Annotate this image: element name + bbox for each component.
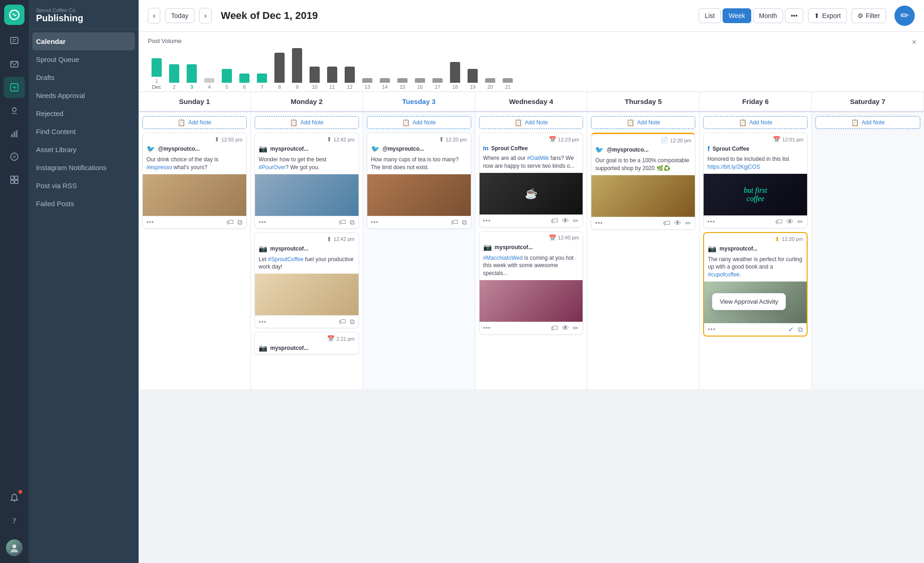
add-note-saturday[interactable]: 📋 Add Note — [815, 116, 920, 129]
add-note-monday[interactable]: 📋 Add Note — [255, 116, 359, 129]
post-text: The rainy weather is perfect for curling… — [704, 255, 807, 282]
copy-icon[interactable]: ⧉ — [798, 325, 803, 334]
edit-icon[interactable]: ✏ — [797, 218, 803, 226]
sidebar-item-asset-library[interactable]: Asset Library — [29, 141, 139, 159]
sidebar-item-sprout-queue[interactable]: Sprout Queue — [29, 50, 139, 68]
more-actions-icon[interactable]: ••• — [483, 324, 491, 331]
post-time: ⬆ 12:55 pm — [143, 133, 246, 144]
more-actions-icon[interactable]: ••• — [146, 219, 154, 226]
copy-icon[interactable]: ⧉ — [350, 318, 355, 326]
approval-check-icon[interactable]: ✓ — [788, 325, 794, 334]
tag-icon[interactable]: 🏷 — [663, 219, 670, 227]
more-actions-icon[interactable]: ••• — [259, 219, 267, 226]
more-actions-icon[interactable]: ••• — [708, 326, 716, 333]
post-text: Where are all our #OatMilk fans? We now … — [480, 153, 583, 173]
list-view-button[interactable]: List — [699, 8, 721, 23]
nav-icon-notifications[interactable] — [4, 487, 25, 508]
compose-button[interactable]: ✏ — [894, 6, 915, 26]
add-note-tuesday[interactable]: 📋 Add Note — [367, 116, 471, 129]
chart-col-9: 9 — [288, 48, 306, 90]
eye-icon[interactable]: 👁 — [562, 217, 569, 225]
nav-icon-inbox[interactable] — [4, 54, 25, 75]
nav-icon-help[interactable]: ? — [4, 510, 25, 532]
sidebar-item-needs-approval[interactable]: Needs Approval — [29, 86, 139, 104]
more-options-button[interactable]: ••• — [785, 8, 804, 23]
view-approval-activity-tooltip[interactable]: View Approval Activity — [712, 293, 786, 310]
filter-button[interactable]: ⚙ Filter — [851, 8, 886, 23]
sidebar-item-post-via-rss[interactable]: Post via RSS — [29, 177, 139, 195]
copy-icon[interactable]: ⧉ — [350, 218, 355, 226]
eye-icon[interactable]: 👁 — [674, 219, 681, 227]
chart-col-12: 12 — [341, 67, 359, 90]
post-card-friday-2: ⬆ 12:20 pm 📷 mysproutcof... The rainy we… — [703, 232, 808, 337]
chart-col-19: 19 — [464, 69, 481, 90]
nav-icon-reports[interactable] — [4, 169, 25, 190]
post-link[interactable]: https://bit.ly/2KgjCOS — [707, 164, 760, 170]
more-actions-icon[interactable]: ••• — [483, 217, 491, 224]
more-actions-icon[interactable]: ••• — [259, 318, 267, 325]
nav-icon-analytics[interactable] — [4, 123, 25, 144]
more-actions-icon[interactable]: ••• — [371, 219, 379, 226]
hashtag: #SproutCoffee — [268, 256, 304, 263]
copy-icon[interactable]: ⧉ — [462, 218, 467, 226]
export-button[interactable]: ⬆ Export — [808, 8, 846, 23]
tag-icon[interactable]: 🏷 — [775, 218, 783, 226]
sidebar-item-find-content[interactable]: Find Content — [29, 122, 139, 141]
edit-icon[interactable]: ✏ — [685, 219, 691, 227]
eye-icon[interactable]: 👁 — [562, 324, 569, 332]
nav-icon-compose[interactable] — [4, 31, 25, 52]
sidebar-item-drafts[interactable]: Drafts — [29, 68, 139, 86]
post-image — [591, 175, 695, 217]
chart-close-button[interactable]: × — [912, 37, 917, 47]
post-actions: ••• 🏷 👁 ✏ — [704, 215, 807, 228]
post-text: Wonder how to get the best #PourOver? We… — [255, 155, 359, 174]
chart-col-4: 4 — [201, 78, 218, 90]
sidebar-item-calendar[interactable]: Calendar — [32, 32, 135, 50]
chart-title: Post Volume — [148, 37, 915, 44]
nav-icon-publish[interactable] — [4, 77, 25, 98]
copy-icon[interactable]: ⧉ — [237, 218, 243, 226]
more-actions-icon[interactable]: ••• — [595, 220, 603, 226]
forward-button[interactable]: › — [199, 8, 212, 24]
back-button[interactable]: ‹ — [148, 8, 160, 24]
today-button[interactable]: Today — [165, 8, 194, 23]
user-avatar[interactable] — [4, 537, 25, 558]
sidebar-item-instagram-notifications[interactable]: Instagram Notifications — [29, 159, 139, 177]
edit-icon[interactable]: ✏ — [573, 324, 579, 332]
month-view-button[interactable]: Month — [753, 8, 783, 23]
add-note-wednesday[interactable]: 📋 Add Note — [479, 116, 584, 129]
week-view-button[interactable]: Week — [723, 8, 751, 23]
app-logo[interactable] — [4, 5, 24, 25]
toolbar: ‹ Today › Week of Dec 1, 2019 List Week … — [139, 0, 924, 32]
hashtag: #cupofcoffee — [708, 271, 740, 278]
facebook-icon: f — [707, 145, 710, 153]
add-note-friday[interactable]: 📋 Add Note — [703, 116, 808, 129]
tag-icon[interactable]: 🏷 — [551, 324, 558, 332]
sidebar-item-failed-posts[interactable]: Failed Posts — [29, 195, 139, 213]
add-note-thursday[interactable]: 📋 Add Note — [591, 116, 695, 129]
tag-icon[interactable]: 🏷 — [226, 218, 234, 226]
nav-icon-pin[interactable] — [4, 100, 25, 121]
post-image — [143, 174, 246, 216]
tag-icon[interactable]: 🏷 — [339, 318, 346, 326]
calendar-icon: 📅 — [327, 335, 334, 342]
chart-col-21: 21 — [499, 78, 517, 90]
eye-icon[interactable]: 👁 — [786, 218, 794, 226]
note-icon: 📋 — [402, 119, 410, 126]
add-note-sunday[interactable]: 📋 Add Note — [142, 116, 247, 129]
sidebar-item-rejected[interactable]: Rejected — [29, 104, 139, 122]
tag-icon[interactable]: 🏷 — [451, 218, 458, 226]
tag-icon[interactable]: 🏷 — [339, 218, 346, 226]
tag-icon[interactable]: 🏷 — [551, 217, 558, 225]
svg-point-13 — [13, 155, 16, 158]
more-actions-icon[interactable]: ••• — [707, 218, 715, 225]
instagram-icon: 📷 — [259, 245, 267, 253]
instagram-icon: 📷 — [259, 344, 267, 352]
calendar-body: 📋 Add Note ⬆ 12:55 pm 🐦 @mysproutco... — [139, 112, 924, 389]
edit-icon[interactable]: ✏ — [573, 217, 579, 225]
post-time: ⬆ 12:20 pm — [367, 133, 471, 144]
twitter-icon: 🐦 — [595, 146, 604, 154]
nav-icon-listening[interactable] — [4, 146, 25, 167]
post-account: 📷 mysproutcof... — [704, 244, 807, 255]
calendar-icon: 📅 — [773, 136, 780, 143]
